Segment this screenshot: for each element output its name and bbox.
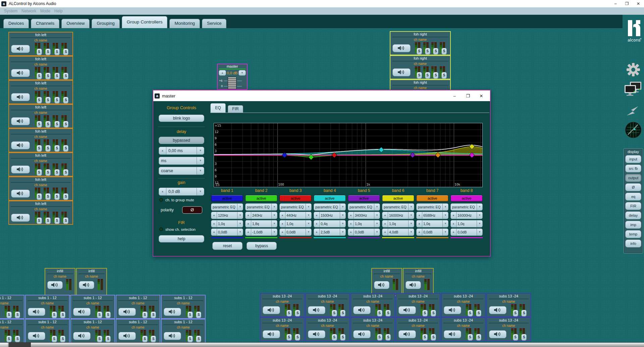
band-active-button[interactable]: active — [382, 195, 414, 202]
channel-strip-subs-1-12[interactable]: subs 1 - 12 ch name SS — [0, 295, 24, 319]
mute-button[interactable] — [444, 330, 461, 338]
spin-up-icon[interactable]: ▲ — [211, 212, 217, 219]
solo-button[interactable]: S — [142, 336, 148, 342]
channel-strip-subs-1-12[interactable]: subs 1 - 12 ch name SS — [25, 295, 70, 319]
solo-button[interactable]: S — [340, 310, 345, 317]
band-freq-spinner[interactable]: ▲6588Hz▼ — [416, 212, 448, 219]
solo-button[interactable]: S — [15, 311, 20, 318]
band-freq-spinner[interactable]: ▲440Hz▼ — [279, 212, 312, 219]
blink-logo-button[interactable]: blink logo — [159, 115, 204, 122]
dropdown-arrow-icon[interactable]: ▼ — [271, 204, 277, 210]
solo-button[interactable]: S — [60, 336, 65, 342]
solo-button[interactable]: S — [142, 311, 148, 318]
solo-button[interactable]: S — [417, 72, 422, 79]
display-button-delay[interactable]: delay — [625, 211, 641, 219]
channel-strip-foh-right[interactable]: foh right ch name SSSS — [390, 31, 451, 55]
spin-down-icon[interactable]: ▼ — [197, 188, 204, 195]
spin-down-icon[interactable]: ▼ — [271, 229, 277, 235]
gain-up-button[interactable]: ▲ — [219, 70, 226, 76]
band-active-button[interactable]: active — [416, 195, 448, 202]
channel-strip-foh-left[interactable]: foh left ch name SSSS — [8, 32, 73, 56]
solo-button[interactable]: S — [37, 145, 42, 152]
band-active-button[interactable]: active — [450, 195, 483, 202]
mute-button[interactable] — [73, 332, 91, 340]
tab-grouping[interactable]: Grouping — [92, 19, 119, 28]
display-button-src-fb[interactable]: src fb — [625, 164, 641, 172]
channel-strip-foh-right[interactable]: foh right ch name SSSS — [390, 55, 451, 79]
dropdown-arrow-icon[interactable]: ▼ — [477, 204, 482, 210]
tab-overview[interactable]: Overview — [61, 19, 90, 28]
spin-up-icon[interactable]: ▲ — [382, 212, 388, 219]
minimize-icon[interactable]: – — [610, 0, 621, 7]
tab-channels[interactable]: Channels — [31, 19, 59, 28]
solo-button[interactable]: S — [54, 49, 60, 55]
solo-button[interactable]: S — [286, 334, 292, 341]
mute-button[interactable] — [11, 190, 30, 198]
spin-up-icon[interactable]: ▲ — [348, 220, 354, 227]
channel-strip-subs-13-24[interactable]: subs 13 -24 ch name SS — [396, 317, 440, 341]
spin-up-icon[interactable]: ▲ — [159, 188, 166, 195]
band-type-select[interactable]: parametric EQ▼ — [279, 203, 312, 211]
channel-strip-subs-13-24[interactable]: subs 13 -24 ch name SS — [441, 293, 486, 317]
channel-strip-subs-13-24[interactable]: subs 13 -24 ch name SS — [260, 293, 305, 317]
solo-button[interactable]: S — [385, 310, 391, 317]
channel-strip-subs-1-12[interactable]: subs 1 - 12 ch name SS — [161, 319, 206, 343]
gain-down-button[interactable]: ▼ — [238, 70, 246, 76]
mute-button[interactable] — [164, 308, 181, 316]
band-q-spinner[interactable]: ▲1,8q▼ — [245, 220, 277, 227]
solo-button[interactable]: S — [340, 334, 345, 341]
spin-down-icon[interactable]: ▼ — [442, 229, 448, 235]
band-freq-spinner[interactable]: ▲16000Hz▼ — [382, 212, 414, 219]
mute-button[interactable] — [308, 306, 325, 314]
spin-down-icon[interactable]: ▼ — [271, 212, 277, 219]
master-group-widget[interactable]: master ▲ 0,0 dB ▼ +6 0 — [217, 64, 248, 90]
solo-button[interactable]: S — [187, 336, 193, 342]
channel-strip-subs-1-12[interactable]: subs 1 - 12 ch name SS — [116, 295, 160, 319]
band-gain-spinner[interactable]: ▲-1,0dB▼ — [245, 228, 277, 236]
solo-button[interactable]: S — [54, 169, 60, 176]
fader-knob[interactable] — [228, 77, 236, 90]
solo-button[interactable]: S — [45, 217, 51, 224]
display-button-info[interactable]: info — [625, 239, 641, 248]
solo-button[interactable]: S — [54, 73, 60, 79]
solo-button[interactable]: S — [417, 48, 422, 55]
band-q-spinner[interactable]: ▲1,0q▼ — [416, 220, 448, 227]
channel-strip-subs-13-24[interactable]: subs 13 -24 ch name SS — [260, 317, 305, 341]
mute-button[interactable] — [11, 69, 30, 77]
channel-strip-subs-13-24[interactable]: subs 13 -24 ch name SS — [486, 293, 531, 317]
band-gain-spinner[interactable]: ▲0,0dB▼ — [211, 228, 243, 236]
mute-button[interactable] — [353, 306, 371, 314]
mute-button[interactable] — [392, 68, 411, 76]
solo-button[interactable]: S — [151, 311, 156, 318]
spin-down-icon[interactable]: ▼ — [408, 220, 414, 227]
channel-strip-subs-13-24[interactable]: subs 13 -24 ch name SS — [305, 293, 350, 317]
solo-button[interactable]: S — [295, 310, 300, 317]
solo-button[interactable]: S — [54, 145, 60, 152]
mute-button[interactable] — [374, 281, 389, 289]
channel-strip-foh-left[interactable]: foh left ch name SSSS — [8, 104, 73, 128]
band-freq-spinner[interactable]: ▲240Hz▼ — [245, 212, 277, 219]
mute-button[interactable] — [47, 281, 63, 289]
channel-strip-infill-right[interactable]: infill ch name — [371, 268, 402, 296]
mute-button[interactable] — [489, 330, 506, 338]
mute-button[interactable] — [11, 214, 30, 222]
spin-down-icon[interactable]: ▼ — [237, 220, 243, 227]
spin-up-icon[interactable]: ▲ — [314, 212, 320, 219]
band-active-button[interactable]: active — [348, 195, 380, 202]
mute-toggle-led[interactable] — [159, 198, 163, 202]
channel-strip-foh-left[interactable]: foh left ch name SSSS — [8, 177, 73, 201]
solo-button[interactable]: S — [52, 336, 57, 342]
solo-button[interactable]: S — [45, 97, 51, 103]
solo-button[interactable]: S — [425, 72, 430, 79]
solo-button[interactable]: S — [521, 334, 527, 341]
close-icon[interactable]: ✕ — [633, 0, 644, 7]
horizontal-scrollbar[interactable] — [0, 342, 644, 347]
channel-strip-subs-13-24[interactable]: subs 13 -24 ch name SS — [351, 293, 395, 317]
solo-button[interactable]: S — [97, 336, 102, 342]
spin-up-icon[interactable]: ▲ — [280, 220, 285, 227]
channel-strip-subs-1-12[interactable]: subs 1 - 12 ch name SS — [70, 319, 115, 343]
gain-value-spinner[interactable]: ▲ 0,0 dB ▼ — [159, 188, 204, 196]
tab-devices[interactable]: Devices — [3, 19, 29, 28]
solo-button[interactable]: S — [385, 334, 391, 341]
solo-button[interactable]: S — [37, 193, 42, 200]
